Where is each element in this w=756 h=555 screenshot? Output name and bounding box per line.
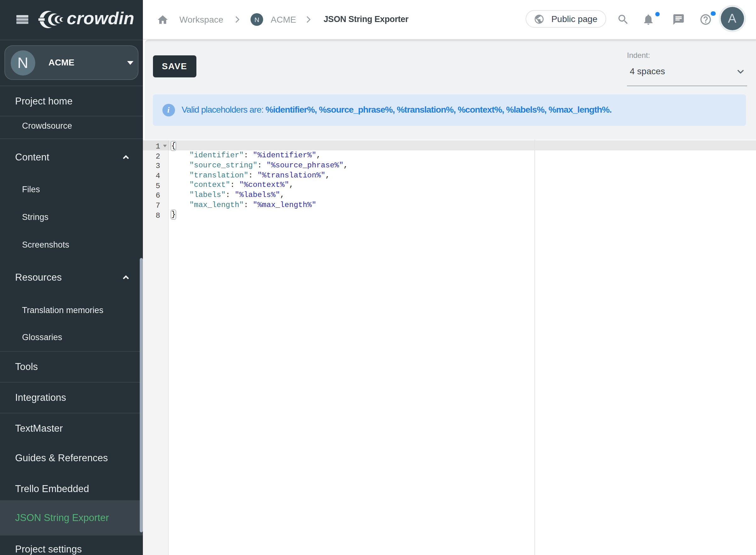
svg-text:crowdin: crowdin [67,10,133,28]
